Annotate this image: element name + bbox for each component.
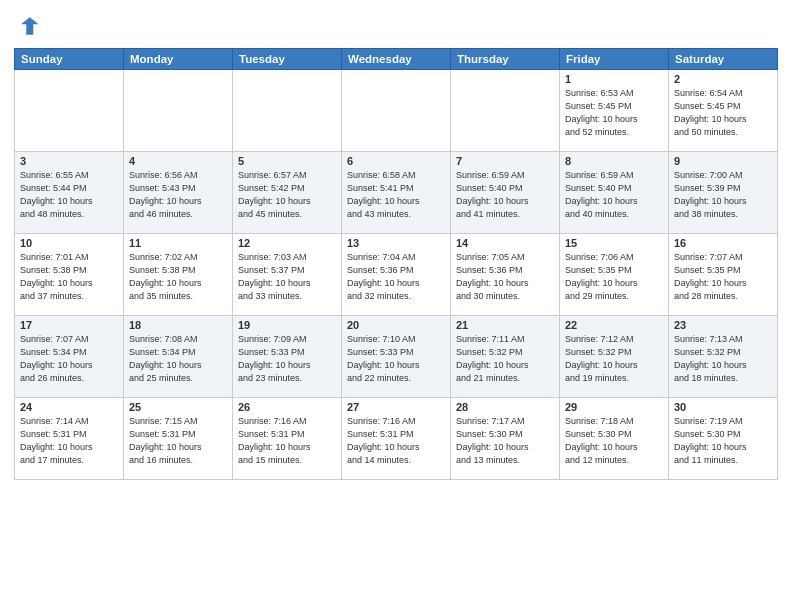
weekday-header-sunday: Sunday bbox=[15, 49, 124, 70]
day-info: Sunrise: 7:17 AM Sunset: 5:30 PM Dayligh… bbox=[456, 415, 554, 467]
day-info: Sunrise: 7:05 AM Sunset: 5:36 PM Dayligh… bbox=[456, 251, 554, 303]
day-cell: 29Sunrise: 7:18 AM Sunset: 5:30 PM Dayli… bbox=[560, 398, 669, 480]
day-number: 25 bbox=[129, 401, 227, 413]
day-info: Sunrise: 7:07 AM Sunset: 5:34 PM Dayligh… bbox=[20, 333, 118, 385]
day-cell: 2Sunrise: 6:54 AM Sunset: 5:45 PM Daylig… bbox=[669, 70, 778, 152]
day-cell: 5Sunrise: 6:57 AM Sunset: 5:42 PM Daylig… bbox=[233, 152, 342, 234]
page: SundayMondayTuesdayWednesdayThursdayFrid… bbox=[0, 0, 792, 612]
day-cell: 14Sunrise: 7:05 AM Sunset: 5:36 PM Dayli… bbox=[451, 234, 560, 316]
day-cell bbox=[451, 70, 560, 152]
day-cell: 30Sunrise: 7:19 AM Sunset: 5:30 PM Dayli… bbox=[669, 398, 778, 480]
day-number: 11 bbox=[129, 237, 227, 249]
logo-icon bbox=[14, 12, 42, 40]
day-number: 17 bbox=[20, 319, 118, 331]
day-number: 15 bbox=[565, 237, 663, 249]
calendar: SundayMondayTuesdayWednesdayThursdayFrid… bbox=[14, 48, 778, 480]
day-cell: 23Sunrise: 7:13 AM Sunset: 5:32 PM Dayli… bbox=[669, 316, 778, 398]
weekday-header-wednesday: Wednesday bbox=[342, 49, 451, 70]
day-number: 28 bbox=[456, 401, 554, 413]
day-number: 8 bbox=[565, 155, 663, 167]
day-number: 4 bbox=[129, 155, 227, 167]
day-number: 2 bbox=[674, 73, 772, 85]
day-info: Sunrise: 7:18 AM Sunset: 5:30 PM Dayligh… bbox=[565, 415, 663, 467]
week-row-3: 10Sunrise: 7:01 AM Sunset: 5:38 PM Dayli… bbox=[15, 234, 778, 316]
day-number: 6 bbox=[347, 155, 445, 167]
svg-marker-1 bbox=[21, 17, 39, 35]
day-cell: 16Sunrise: 7:07 AM Sunset: 5:35 PM Dayli… bbox=[669, 234, 778, 316]
day-info: Sunrise: 6:54 AM Sunset: 5:45 PM Dayligh… bbox=[674, 87, 772, 139]
day-cell: 10Sunrise: 7:01 AM Sunset: 5:38 PM Dayli… bbox=[15, 234, 124, 316]
day-number: 19 bbox=[238, 319, 336, 331]
day-number: 12 bbox=[238, 237, 336, 249]
header bbox=[14, 12, 778, 40]
day-cell bbox=[233, 70, 342, 152]
day-info: Sunrise: 7:19 AM Sunset: 5:30 PM Dayligh… bbox=[674, 415, 772, 467]
week-row-1: 1Sunrise: 6:53 AM Sunset: 5:45 PM Daylig… bbox=[15, 70, 778, 152]
weekday-header-row: SundayMondayTuesdayWednesdayThursdayFrid… bbox=[15, 49, 778, 70]
day-cell: 12Sunrise: 7:03 AM Sunset: 5:37 PM Dayli… bbox=[233, 234, 342, 316]
weekday-header-saturday: Saturday bbox=[669, 49, 778, 70]
day-cell: 15Sunrise: 7:06 AM Sunset: 5:35 PM Dayli… bbox=[560, 234, 669, 316]
day-cell: 6Sunrise: 6:58 AM Sunset: 5:41 PM Daylig… bbox=[342, 152, 451, 234]
day-info: Sunrise: 7:07 AM Sunset: 5:35 PM Dayligh… bbox=[674, 251, 772, 303]
day-cell: 22Sunrise: 7:12 AM Sunset: 5:32 PM Dayli… bbox=[560, 316, 669, 398]
day-number: 13 bbox=[347, 237, 445, 249]
day-info: Sunrise: 6:59 AM Sunset: 5:40 PM Dayligh… bbox=[456, 169, 554, 221]
day-info: Sunrise: 7:01 AM Sunset: 5:38 PM Dayligh… bbox=[20, 251, 118, 303]
day-number: 29 bbox=[565, 401, 663, 413]
day-number: 7 bbox=[456, 155, 554, 167]
day-number: 1 bbox=[565, 73, 663, 85]
logo bbox=[14, 12, 46, 40]
day-cell: 19Sunrise: 7:09 AM Sunset: 5:33 PM Dayli… bbox=[233, 316, 342, 398]
weekday-header-monday: Monday bbox=[124, 49, 233, 70]
day-cell: 27Sunrise: 7:16 AM Sunset: 5:31 PM Dayli… bbox=[342, 398, 451, 480]
weekday-header-tuesday: Tuesday bbox=[233, 49, 342, 70]
day-cell: 28Sunrise: 7:17 AM Sunset: 5:30 PM Dayli… bbox=[451, 398, 560, 480]
day-info: Sunrise: 7:04 AM Sunset: 5:36 PM Dayligh… bbox=[347, 251, 445, 303]
day-cell: 3Sunrise: 6:55 AM Sunset: 5:44 PM Daylig… bbox=[15, 152, 124, 234]
day-info: Sunrise: 6:56 AM Sunset: 5:43 PM Dayligh… bbox=[129, 169, 227, 221]
day-number: 23 bbox=[674, 319, 772, 331]
day-info: Sunrise: 7:14 AM Sunset: 5:31 PM Dayligh… bbox=[20, 415, 118, 467]
day-info: Sunrise: 7:15 AM Sunset: 5:31 PM Dayligh… bbox=[129, 415, 227, 467]
day-info: Sunrise: 6:55 AM Sunset: 5:44 PM Dayligh… bbox=[20, 169, 118, 221]
day-number: 10 bbox=[20, 237, 118, 249]
day-cell: 25Sunrise: 7:15 AM Sunset: 5:31 PM Dayli… bbox=[124, 398, 233, 480]
day-cell: 7Sunrise: 6:59 AM Sunset: 5:40 PM Daylig… bbox=[451, 152, 560, 234]
day-info: Sunrise: 7:06 AM Sunset: 5:35 PM Dayligh… bbox=[565, 251, 663, 303]
day-cell: 26Sunrise: 7:16 AM Sunset: 5:31 PM Dayli… bbox=[233, 398, 342, 480]
day-number: 21 bbox=[456, 319, 554, 331]
day-info: Sunrise: 7:03 AM Sunset: 5:37 PM Dayligh… bbox=[238, 251, 336, 303]
day-cell: 20Sunrise: 7:10 AM Sunset: 5:33 PM Dayli… bbox=[342, 316, 451, 398]
day-number: 16 bbox=[674, 237, 772, 249]
day-info: Sunrise: 7:16 AM Sunset: 5:31 PM Dayligh… bbox=[238, 415, 336, 467]
day-cell bbox=[15, 70, 124, 152]
day-info: Sunrise: 7:02 AM Sunset: 5:38 PM Dayligh… bbox=[129, 251, 227, 303]
day-cell bbox=[342, 70, 451, 152]
day-cell: 8Sunrise: 6:59 AM Sunset: 5:40 PM Daylig… bbox=[560, 152, 669, 234]
day-number: 27 bbox=[347, 401, 445, 413]
day-number: 18 bbox=[129, 319, 227, 331]
day-info: Sunrise: 7:10 AM Sunset: 5:33 PM Dayligh… bbox=[347, 333, 445, 385]
day-info: Sunrise: 6:59 AM Sunset: 5:40 PM Dayligh… bbox=[565, 169, 663, 221]
day-number: 24 bbox=[20, 401, 118, 413]
day-info: Sunrise: 7:09 AM Sunset: 5:33 PM Dayligh… bbox=[238, 333, 336, 385]
day-info: Sunrise: 7:11 AM Sunset: 5:32 PM Dayligh… bbox=[456, 333, 554, 385]
day-number: 5 bbox=[238, 155, 336, 167]
day-cell bbox=[124, 70, 233, 152]
day-info: Sunrise: 7:12 AM Sunset: 5:32 PM Dayligh… bbox=[565, 333, 663, 385]
day-cell: 17Sunrise: 7:07 AM Sunset: 5:34 PM Dayli… bbox=[15, 316, 124, 398]
day-info: Sunrise: 7:16 AM Sunset: 5:31 PM Dayligh… bbox=[347, 415, 445, 467]
day-number: 14 bbox=[456, 237, 554, 249]
day-cell: 21Sunrise: 7:11 AM Sunset: 5:32 PM Dayli… bbox=[451, 316, 560, 398]
day-info: Sunrise: 7:00 AM Sunset: 5:39 PM Dayligh… bbox=[674, 169, 772, 221]
day-cell: 18Sunrise: 7:08 AM Sunset: 5:34 PM Dayli… bbox=[124, 316, 233, 398]
day-number: 26 bbox=[238, 401, 336, 413]
weekday-header-thursday: Thursday bbox=[451, 49, 560, 70]
day-info: Sunrise: 7:08 AM Sunset: 5:34 PM Dayligh… bbox=[129, 333, 227, 385]
day-number: 9 bbox=[674, 155, 772, 167]
day-info: Sunrise: 6:58 AM Sunset: 5:41 PM Dayligh… bbox=[347, 169, 445, 221]
day-info: Sunrise: 7:13 AM Sunset: 5:32 PM Dayligh… bbox=[674, 333, 772, 385]
day-cell: 24Sunrise: 7:14 AM Sunset: 5:31 PM Dayli… bbox=[15, 398, 124, 480]
day-number: 22 bbox=[565, 319, 663, 331]
